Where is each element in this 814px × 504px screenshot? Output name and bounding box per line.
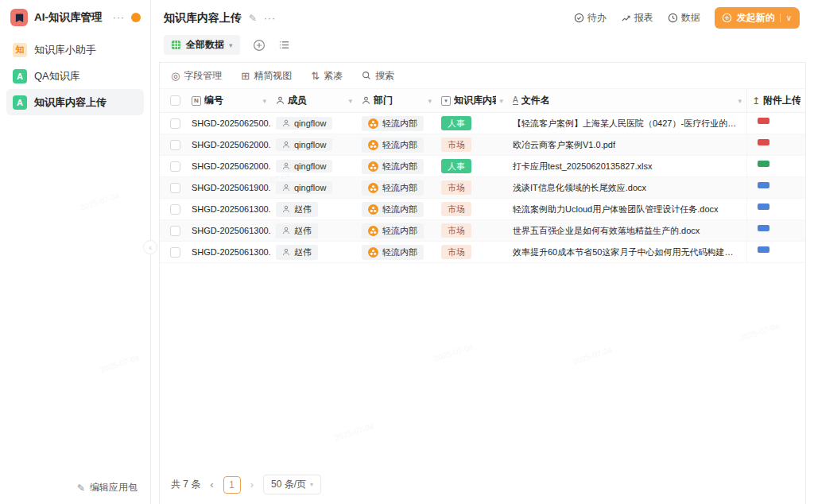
list-icon (278, 39, 290, 51)
todo-link[interactable]: 待办 (574, 11, 607, 25)
person-icon (282, 227, 290, 235)
member-chip: 赵伟 (276, 202, 318, 217)
file-attachment-icon[interactable] (758, 203, 769, 216)
category-badge: 人事 (441, 116, 471, 130)
member-chip: qingflow (276, 160, 332, 173)
row-checkbox[interactable] (170, 140, 180, 150)
page-size-select[interactable]: 50 条/页 ▾ (263, 475, 321, 494)
sidebar-item-content-upload[interactable]: A 知识库内容上传 (6, 89, 144, 115)
member-chip: 赵伟 (276, 223, 318, 238)
table-row[interactable]: SHGD-2025061300... 赵伟 轻流内部 市场 效率提升60成本节省… (160, 242, 805, 263)
tab-label: 全部数据 (186, 38, 224, 52)
sidebar-item-label: 知识库小助手 (34, 43, 96, 57)
page-title: 知识库内容上传 (164, 11, 242, 25)
simplified-view-button[interactable]: ⊞ 精简视图 (241, 69, 292, 83)
current-page-button[interactable]: 1 (223, 476, 241, 494)
file-attachment-icon[interactable] (758, 181, 769, 195)
person-icon (282, 119, 290, 127)
caret-down-icon: ▾ (738, 97, 742, 105)
view-list-button[interactable] (278, 39, 290, 51)
row-checkbox[interactable] (170, 247, 180, 258)
qingflow-logo-icon (368, 204, 378, 215)
app-more-button[interactable]: ··· (113, 12, 125, 23)
rename-page-icon[interactable]: ✎ (249, 13, 257, 24)
person-icon (282, 184, 290, 192)
number-cell: SHGD-2025061300... (187, 199, 271, 219)
file-attachment-icon[interactable] (758, 160, 769, 173)
row-checkbox[interactable] (170, 161, 180, 172)
qingflow-logo-icon (368, 226, 378, 236)
add-view-button[interactable] (253, 39, 266, 52)
file-attachment-icon[interactable] (758, 224, 769, 238)
column-header-department[interactable]: 部门 ▾ (357, 89, 436, 112)
row-checkbox[interactable] (170, 183, 180, 193)
table-row[interactable]: SHGD-2025062000... qingflow 轻流内部 人事 打卡应用… (160, 156, 805, 177)
caret-down-icon: ▾ (499, 97, 503, 105)
table-empty-area (160, 263, 805, 467)
department-chip: 轻流内部 (362, 223, 424, 238)
table-row[interactable]: SHGD-2025062000... qingflow 轻流内部 市场 欧冶云商… (160, 134, 805, 156)
qingflow-logo-icon (368, 247, 378, 258)
file-attachment-icon[interactable] (758, 246, 769, 259)
table-row[interactable]: SHGD-2025061300... 赵伟 轻流内部 市场 轻流案例助力Uclo… (160, 199, 805, 220)
column-header-attachment[interactable]: ↥ 附件上传 (746, 89, 805, 112)
table-row[interactable]: SHGD-2025061900... qingflow 轻流内部 市场 浅谈IT… (160, 177, 805, 199)
member-chip: 赵伟 (276, 245, 318, 260)
department-chip: 轻流内部 (362, 138, 424, 153)
column-header-number[interactable]: N 编号 ▾ (187, 89, 271, 112)
pagination: 共 7 条 ‹ 1 › 50 条/页 ▾ (160, 467, 805, 504)
department-chip: 轻流内部 (362, 245, 424, 260)
filename-cell: 效率提升60成本节省50这家月子中心如何用无代码构建差异化竞争能... (508, 242, 746, 262)
compact-button[interactable]: ⇅ 紧凑 (311, 69, 343, 83)
next-page-button[interactable]: › (249, 479, 255, 490)
search-button[interactable]: 搜索 (362, 69, 394, 83)
person-icon (282, 141, 290, 149)
data-link[interactable]: 数据 (668, 11, 700, 25)
filename-cell: 浅谈IT信息化领域的长尾效应.docx (508, 177, 746, 198)
number-field-icon: N (192, 96, 201, 106)
app-window: AI-知识库管理 ··· 知 知识库小助手 A QA知识库 A 知识库内容上传 … (0, 0, 814, 504)
table-row[interactable]: SHGD-2025062500... qingflow 轻流内部 人事 【轻流客… (160, 113, 805, 134)
sidebar-item-assistant[interactable]: 知 知识库小助手 (6, 37, 144, 63)
column-header-member[interactable]: 成员 ▾ (271, 89, 357, 112)
data-table-card: ◎ 字段管理 ⊞ 精简视图 ⇅ 紧凑 搜索 N (159, 62, 806, 504)
report-link[interactable]: 报表 (621, 11, 653, 25)
row-checkbox[interactable] (170, 204, 180, 215)
column-header-category[interactable]: ▾ 知识库内容分 ▾ (436, 89, 508, 112)
edit-app-package-button[interactable]: ✎ 编辑应用包 (0, 471, 150, 504)
member-chip: qingflow (276, 181, 332, 194)
category-badge: 市场 (441, 180, 471, 195)
page-more-button[interactable]: ··· (264, 13, 276, 24)
person-icon (282, 205, 290, 213)
file-attachment-icon[interactable] (758, 117, 769, 130)
sidebar-item-qa-kb[interactable]: A QA知识库 (6, 63, 144, 89)
main-area: 知识库内容上传 ✎ ··· 待办 报表 数据 (151, 0, 814, 504)
row-checkbox[interactable] (170, 118, 180, 129)
compact-icon: ⇅ (311, 71, 320, 81)
filename-cell: 世界五百强企业是如何有效落地精益生产的.docx (508, 220, 746, 241)
user-avatar-dot[interactable] (131, 13, 141, 22)
sidebar-item-label: 知识库内容上传 (34, 95, 107, 110)
table-header-row: N 编号 ▾ 成员 ▾ 部门 ▾ ▾ 知识库内容分 ▾ (160, 89, 805, 113)
department-chip: 轻流内部 (362, 116, 424, 131)
field-management-button[interactable]: ◎ 字段管理 (171, 69, 222, 83)
number-cell: SHGD-2025062000... (187, 134, 271, 155)
launch-new-button[interactable]: 发起新的 ∨ (715, 7, 800, 29)
column-header-filename[interactable]: A 文件名 ▾ (508, 89, 746, 112)
table-row[interactable]: SHGD-2025061300... 赵伟 轻流内部 市场 世界五百强企业是如何… (160, 220, 805, 242)
tab-all-data[interactable]: 全部数据 ▾ (164, 35, 240, 55)
file-attachment-icon[interactable] (758, 138, 769, 152)
person-icon (362, 96, 370, 105)
category-badge: 市场 (441, 202, 471, 216)
sidebar-collapse-handle[interactable]: ‹ (143, 240, 157, 254)
qingflow-logo-icon (368, 140, 378, 150)
grid-view-icon: ⊞ (241, 71, 250, 81)
total-count-label: 共 7 条 (171, 478, 200, 491)
search-icon (362, 71, 371, 80)
prev-page-button[interactable]: ‹ (208, 479, 215, 490)
row-checkbox[interactable] (170, 226, 180, 236)
select-field-icon: ▾ (441, 96, 451, 106)
select-all-checkbox[interactable] (170, 95, 180, 106)
member-chip: qingflow (276, 117, 332, 130)
page-header: 知识库内容上传 ✎ ··· 待办 报表 数据 (151, 0, 814, 31)
